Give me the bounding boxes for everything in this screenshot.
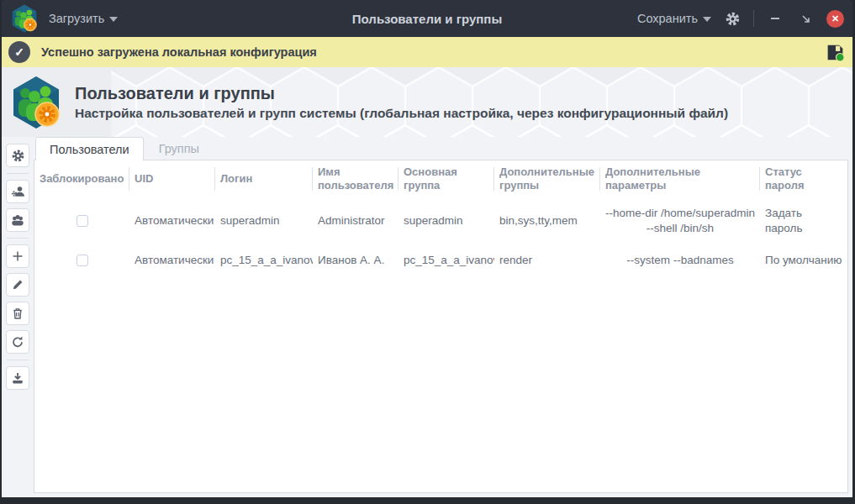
- tab-bar: ПользователиГруппы: [34, 137, 848, 160]
- page-header: Пользователи и группы Настройка пользова…: [2, 67, 852, 137]
- groups-button[interactable]: [6, 208, 29, 232]
- additional-params-cell: --home-dir /home/superadmin --shell /bin…: [600, 197, 760, 243]
- add-button[interactable]: [6, 244, 29, 268]
- notification-message: Успешно загружена локальная конфигурация: [41, 45, 317, 59]
- user-name-cell: Иванов А. А.: [313, 243, 398, 276]
- blocked-cell: [34, 197, 129, 243]
- app-logo-icon: [10, 4, 39, 33]
- tab-groups[interactable]: Группы: [145, 137, 213, 160]
- refresh-button[interactable]: [6, 330, 29, 354]
- table-row[interactable]: Автоматическиpc_15_a_a_ivanovИванов А. А…: [34, 243, 847, 276]
- uid-cell: Автоматически: [129, 243, 215, 276]
- export-button[interactable]: [6, 366, 29, 390]
- settings-gear-button[interactable]: [723, 9, 742, 28]
- toolbar-sidebar: [2, 137, 34, 493]
- app-window: Загрузить Пользователи и группы Сохранит…: [2, 0, 852, 497]
- password-status-cell: Задать пароль: [760, 197, 847, 243]
- load-button-label: Загрузить: [49, 12, 104, 25]
- save-floppy-icon: [825, 42, 846, 63]
- blocked-checkbox[interactable]: [77, 255, 88, 266]
- additional-params-cell: --system --badnames: [600, 243, 760, 276]
- table-body: АвтоматическиsuperadminAdministratorsupe…: [34, 197, 847, 276]
- main-area: ПользователиГруппы ЗаблокированоUIDЛогин…: [2, 137, 852, 497]
- close-button[interactable]: ✕: [826, 10, 844, 28]
- page-title: Пользователи и группы: [75, 83, 728, 104]
- edit-button[interactable]: [6, 273, 29, 297]
- user-name-cell: Administrator: [313, 197, 398, 243]
- additional-groups-cell: bin,sys,tty,mem: [494, 197, 600, 243]
- titlebar-separator: [753, 10, 754, 27]
- pencil-icon: [11, 278, 24, 291]
- titlebar: Загрузить Пользователи и группы Сохранит…: [2, 0, 852, 37]
- close-icon: ✕: [831, 13, 839, 24]
- login-cell: pc_15_a_a_ivanov: [215, 243, 313, 276]
- restore-button[interactable]: [796, 9, 815, 28]
- save-dropdown-button[interactable]: Сохранить: [637, 12, 711, 25]
- password-status-cell: По умолчанию: [760, 243, 847, 276]
- notification-bar: ✓ Успешно загружена локальная конфигурац…: [2, 37, 852, 67]
- login-cell: superadmin: [215, 197, 313, 243]
- column-header[interactable]: Логин: [215, 160, 313, 197]
- blocked-cell: [34, 243, 129, 276]
- users-table-panel: ЗаблокированоUIDЛогинИмя пользователяОсн…: [34, 160, 848, 493]
- dropdown-caret-icon: [109, 17, 118, 22]
- save-config-button[interactable]: [825, 42, 846, 63]
- user-settings-button[interactable]: [6, 180, 29, 203]
- table-header-row: ЗаблокированоUIDЛогинИмя пользователяОсн…: [34, 160, 847, 197]
- column-header[interactable]: Основная группа: [398, 160, 494, 197]
- gear-icon: [725, 11, 741, 27]
- trash-icon: [11, 307, 24, 320]
- restore-icon: [800, 13, 811, 24]
- column-header[interactable]: Статус пароля: [760, 160, 847, 197]
- gear-icon: [11, 149, 25, 163]
- column-header[interactable]: Имя пользователя: [313, 160, 398, 197]
- column-header[interactable]: UID: [129, 160, 215, 197]
- additional-groups-cell: render: [494, 243, 600, 276]
- minimize-icon: [771, 18, 779, 19]
- plus-icon: [11, 249, 24, 263]
- sidebar-separator: [7, 360, 29, 360]
- sidebar-separator: [7, 173, 29, 174]
- delete-button[interactable]: [6, 302, 29, 325]
- blocked-checkbox[interactable]: [77, 215, 88, 227]
- column-header[interactable]: Дополнительные группы: [494, 160, 600, 197]
- user-gear-icon: [11, 185, 24, 198]
- success-check-icon: ✓: [8, 41, 30, 63]
- primary-group-cell: superadmin: [398, 197, 494, 243]
- content-area: ПользователиГруппы ЗаблокированоUIDЛогин…: [34, 137, 848, 493]
- dropdown-caret-icon: [703, 17, 711, 22]
- refresh-icon: [11, 335, 24, 349]
- load-dropdown-button[interactable]: Загрузить: [49, 12, 118, 25]
- save-button-label: Сохранить: [637, 12, 698, 25]
- column-header[interactable]: Дополнительные параметры: [600, 160, 760, 197]
- download-icon: [11, 371, 24, 385]
- minimize-button[interactable]: [766, 9, 784, 28]
- settings-button[interactable]: [6, 144, 29, 167]
- sidebar-separator: [7, 238, 29, 239]
- column-header[interactable]: Заблокировано: [34, 160, 129, 197]
- users-group-icon: [11, 213, 24, 227]
- uid-cell: Автоматически: [129, 197, 215, 243]
- page-header-icon: [9, 75, 63, 130]
- tab-users[interactable]: Пользователи: [35, 137, 144, 160]
- primary-group-cell: pc_15_a_a_ivanov: [398, 243, 494, 276]
- table-row[interactable]: АвтоматическиsuperadminAdministratorsupe…: [34, 197, 847, 243]
- page-subtitle: Настройка пользователей и групп системы …: [75, 106, 728, 121]
